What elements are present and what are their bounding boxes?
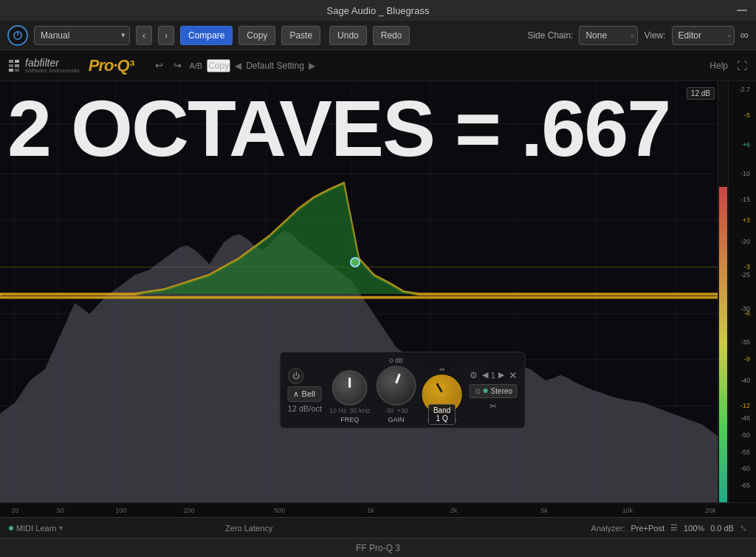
freq-knob-indicator: [348, 377, 351, 388]
gain-min-label: -30: [384, 407, 394, 414]
band-power-icon: ⏻: [292, 372, 300, 380]
db-label-m50: -50: [740, 431, 750, 439]
preset-dropdown-wrap: Manual: [34, 26, 130, 45]
status-bar: MIDI Learn ▾ Zero Latency Analyzer: Pre+…: [0, 517, 756, 538]
bell-label: Bell: [302, 389, 315, 398]
product-version: ³: [130, 58, 135, 75]
freq-knob-label: FREQ: [340, 416, 359, 423]
stereo-button[interactable]: ⊙ Stereo: [470, 384, 518, 398]
gain-zero-label: 0 dB: [389, 357, 403, 364]
stereo-dot: [484, 389, 488, 393]
window-title: Sage Audio _ Bluegrass: [327, 5, 430, 16]
expand-button[interactable]: ⛶: [737, 60, 747, 72]
db-label-m20: -20: [740, 238, 750, 245]
undo-icon-btn[interactable]: ↩: [152, 58, 166, 72]
redo-button[interactable]: Redo: [373, 26, 410, 45]
sidechain-label: Side Chain:: [527, 30, 573, 41]
eq-band-dot[interactable]: [350, 257, 360, 267]
freq-label-50: 50: [57, 507, 64, 514]
band-popup: ⏻ ∧ Bell 12 dB/oct 10 Hz 30 kHz: [280, 352, 526, 428]
freq-label-20k: 20k: [705, 507, 716, 514]
header-copy-btn[interactable]: Copy: [207, 59, 230, 72]
stereo-label: Stereo: [491, 387, 512, 395]
db-readout: 0.0 dB: [710, 524, 734, 533]
db-label-m40: -40: [740, 377, 750, 384]
freq-max-label: 30 kHz: [350, 407, 371, 414]
view-select[interactable]: Editor: [672, 26, 735, 45]
window-bottom-title: FF Pro-Q 3: [356, 543, 400, 553]
band-settings-icon[interactable]: ⚙: [470, 370, 478, 380]
freq-label-100: 100: [115, 507, 126, 514]
db-label-p6: +6: [743, 141, 750, 148]
bell-icon: ∧: [293, 389, 299, 399]
undo-button[interactable]: Undo: [329, 26, 367, 45]
nav-back-button[interactable]: ‹: [136, 26, 152, 45]
band-shape-selector[interactable]: ∧ Bell: [288, 386, 322, 402]
freq-label-20: 20: [11, 507, 18, 514]
redo-icon-btn[interactable]: ↪: [171, 58, 185, 72]
power-button[interactable]: [7, 25, 28, 46]
link-icon[interactable]: ∞: [740, 29, 749, 42]
eq-display[interactable]: 2 OCTAVES = .667 12 dB: [0, 81, 756, 502]
analyzer-value: Pre+Post: [630, 524, 664, 533]
vu-bar: [719, 187, 727, 503]
preset-name: Default Setting: [246, 61, 304, 71]
freq-knob[interactable]: [332, 370, 368, 406]
db-label-m12: -12: [740, 402, 750, 409]
help-button[interactable]: Help: [709, 61, 728, 71]
band-power-btn[interactable]: ⏻: [288, 368, 304, 384]
preset-arrow-right[interactable]: ▶: [309, 61, 315, 71]
band-nav-right[interactable]: ▶: [498, 370, 504, 380]
db-label-m10: -10: [740, 170, 750, 177]
freq-knob-group: 10 Hz 30 kHz FREQ: [329, 370, 371, 423]
chain-icon: ⊙: [475, 387, 481, 395]
gain-knob-label: GAIN: [388, 416, 405, 423]
band-number: 1: [491, 371, 495, 380]
compare-button[interactable]: Compare: [180, 26, 233, 45]
band-close-btn[interactable]: ✕: [509, 369, 518, 381]
minimize-btn[interactable]: [737, 10, 747, 11]
freq-label-1k: 1k: [367, 507, 374, 514]
db-label-m6: -6: [744, 310, 750, 317]
paste-button[interactable]: Paste: [281, 26, 320, 45]
logo-grid-icon: [9, 60, 19, 72]
preset-arrow-left[interactable]: ◀: [235, 61, 241, 71]
vu-meter: [718, 81, 728, 502]
midi-arrow-icon: ▾: [59, 524, 63, 532]
top-controls-bar: Manual ‹ › Compare Copy Paste Undo Redo …: [0, 21, 756, 50]
db-label-p3: +3: [743, 216, 750, 224]
resize-icon[interactable]: ⤡: [740, 523, 747, 533]
db-label-m45: -45: [740, 414, 750, 422]
db-label-m65: -65: [740, 482, 750, 489]
midi-learn-btn[interactable]: MIDI Learn ▾: [9, 524, 63, 533]
freq-label-2k: 2k: [450, 507, 458, 514]
gain-knob-group: 0 dB -30 +30 GAIN: [377, 357, 416, 423]
band-nav-left[interactable]: ◀: [482, 370, 488, 380]
freq-label-5k: 5k: [541, 507, 549, 514]
freq-axis: 20 50 100 200 500 1k 2k 5k 10k 20k: [0, 502, 756, 517]
spread-icon: ⇔: [439, 366, 445, 373]
fabfilter-logo: fabfilter software instruments Pro·Q ³: [9, 56, 134, 75]
db-scale: -2.7 -5 +6 -10 -15 +3 -20 -25 -3 -30 -6 …: [728, 81, 756, 502]
preset-dropdown[interactable]: Manual: [34, 26, 130, 45]
sidechain-select[interactable]: None: [579, 26, 638, 45]
gain-knob[interactable]: [377, 366, 416, 406]
db-label-m35: -35: [740, 338, 750, 346]
view-select-wrap: Editor: [672, 26, 735, 45]
sidechain-select-wrap: None: [579, 26, 638, 45]
proq-logo: Pro·Q ³: [89, 56, 135, 75]
q-knob-indicator: [436, 383, 443, 393]
nav-forward-button[interactable]: ›: [158, 26, 174, 45]
eq-curve-svg: [0, 81, 718, 502]
analyzer-label: Analyzer:: [591, 524, 625, 533]
q-label-badge: Band 1 Q: [428, 404, 456, 425]
zoom-icon[interactable]: ☰: [670, 523, 678, 533]
scissors-icon[interactable]: ✂: [489, 401, 497, 411]
db-label-m5: -5: [744, 112, 750, 119]
db-badge: 12 dB: [687, 87, 715, 100]
status-bar-right: Analyzer: Pre+Post ☰ 100% 0.0 dB ⤡: [591, 523, 747, 533]
ab-label: A/B: [189, 61, 202, 70]
brand-name: fabfilter: [25, 58, 80, 68]
copy-button[interactable]: Copy: [238, 26, 275, 45]
db-label-m55: -55: [740, 448, 750, 456]
